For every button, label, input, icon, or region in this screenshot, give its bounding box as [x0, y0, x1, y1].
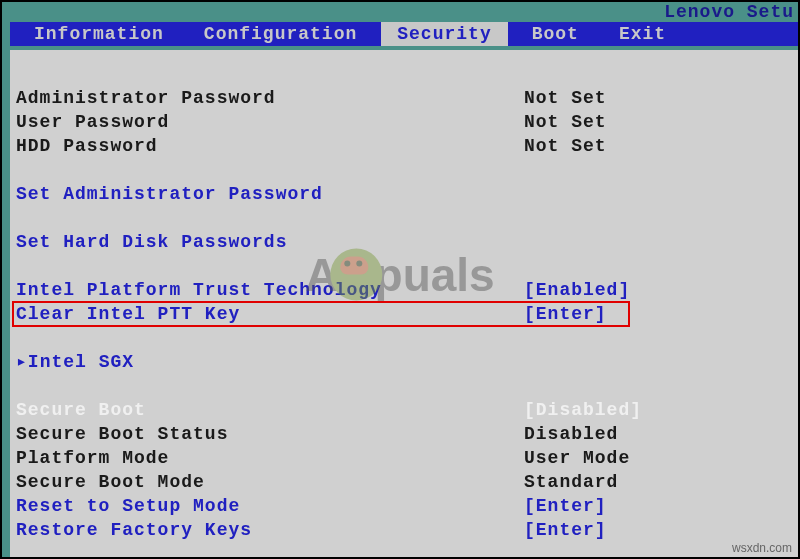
set-hdd-passwords[interactable]: Set Hard Disk Passwords: [14, 230, 524, 254]
hdd-password-value: Not Set: [524, 134, 607, 158]
user-password-value: Not Set: [524, 110, 607, 134]
reset-setup-mode-label[interactable]: Reset to Setup Mode: [14, 494, 524, 518]
user-password-label: User Password: [14, 110, 524, 134]
reset-setup-mode-value[interactable]: [Enter]: [524, 494, 607, 518]
menu-bar: Information Configuration Security Boot …: [10, 22, 798, 46]
tab-exit[interactable]: Exit: [603, 22, 682, 46]
intel-sgx-submenu[interactable]: ▸Intel SGX: [14, 350, 524, 374]
intel-ptt-value[interactable]: [Enabled]: [524, 278, 630, 302]
secure-boot-label[interactable]: Secure Boot: [14, 398, 524, 422]
tab-boot[interactable]: Boot: [516, 22, 595, 46]
bios-title: Lenovo Setu: [2, 2, 798, 22]
intel-ptt-row[interactable]: Intel Platform Trust Technology [Enabled…: [14, 278, 798, 302]
secure-boot-status-label: Secure Boot Status: [14, 422, 524, 446]
security-panel: Administrator Password Not Set User Pass…: [10, 50, 798, 557]
admin-password-label: Administrator Password: [14, 86, 524, 110]
admin-password-value: Not Set: [524, 86, 607, 110]
tab-configuration[interactable]: Configuration: [188, 22, 373, 46]
source-label: wsxdn.com: [732, 541, 792, 555]
clear-ptt-label[interactable]: Clear Intel PTT Key: [14, 302, 524, 326]
clear-ptt-value[interactable]: [Enter]: [524, 302, 607, 326]
restore-factory-keys-value[interactable]: [Enter]: [524, 518, 607, 542]
tab-information[interactable]: Information: [18, 22, 180, 46]
secure-boot-mode-label: Secure Boot Mode: [14, 470, 524, 494]
restore-factory-keys-label[interactable]: Restore Factory Keys: [14, 518, 524, 542]
platform-mode-value: User Mode: [524, 446, 630, 470]
secure-boot-mode-value: Standard: [524, 470, 618, 494]
platform-mode-label: Platform Mode: [14, 446, 524, 470]
secure-boot-value[interactable]: [Disabled]: [524, 398, 642, 422]
secure-boot-status-value: Disabled: [524, 422, 618, 446]
set-admin-password[interactable]: Set Administrator Password: [14, 182, 524, 206]
submenu-arrow-icon: ▸: [16, 352, 28, 372]
tab-security[interactable]: Security: [381, 22, 507, 46]
hdd-password-label: HDD Password: [14, 134, 524, 158]
intel-ptt-label: Intel Platform Trust Technology: [14, 278, 524, 302]
